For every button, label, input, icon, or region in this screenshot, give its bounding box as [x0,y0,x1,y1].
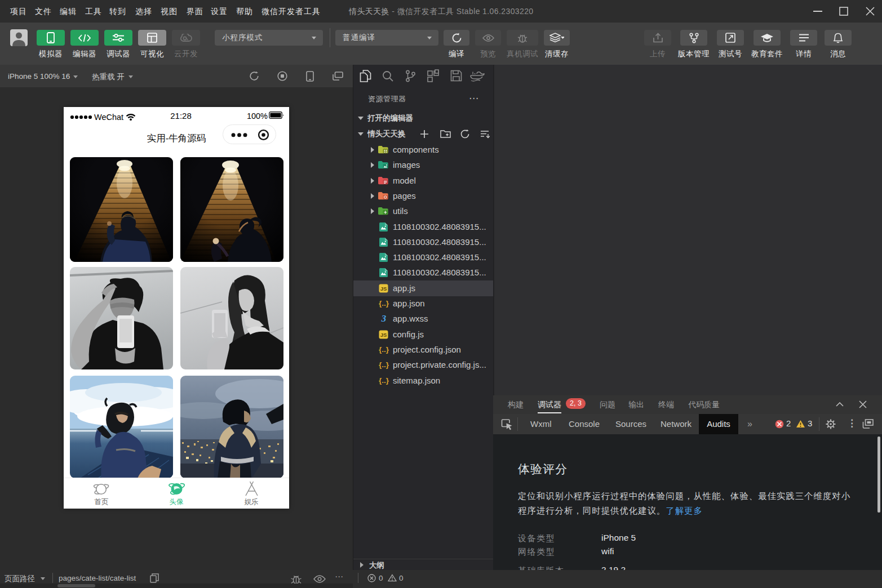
svg-text:{..}: {..} [379,376,389,385]
svg-text:{..}: {..} [379,345,389,354]
svg-text:JS: JS [380,286,387,292]
svg-text:{..}: {..} [379,299,389,308]
svg-text:{..}: {..} [379,360,389,369]
svg-text:WeChat: WeChat [94,113,123,122]
svg-text:3: 3 [381,313,387,324]
svg-text:JS: JS [380,332,387,338]
